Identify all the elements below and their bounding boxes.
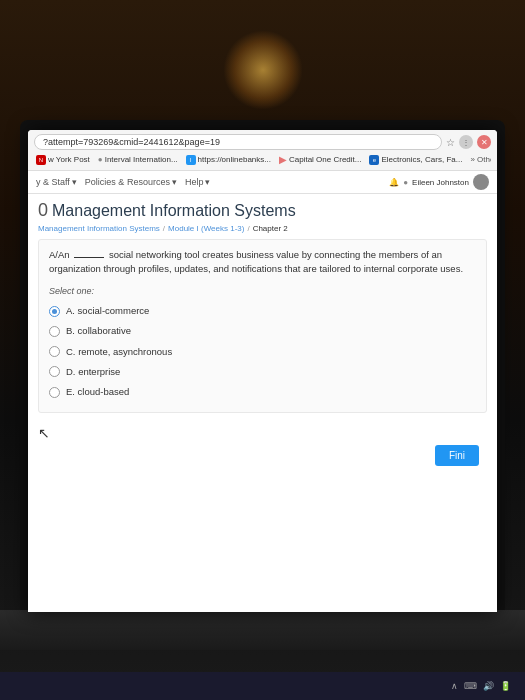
radio-d[interactable] bbox=[49, 366, 60, 377]
bookmark-favicon: I bbox=[186, 155, 196, 165]
dropdown-icon: ▾ bbox=[72, 177, 77, 187]
user-avatar[interactable] bbox=[473, 174, 489, 190]
radio-c[interactable] bbox=[49, 346, 60, 357]
nav-item-help[interactable]: Help ▾ bbox=[185, 177, 211, 187]
answer-blank bbox=[74, 257, 104, 258]
bookmark-nypost[interactable]: N w York Post bbox=[36, 155, 90, 165]
browser-chrome: ?attempt=793269&cmid=2441612&page=19 ☆ ⋮… bbox=[28, 130, 497, 171]
breadcrumb-chapter: Chapter 2 bbox=[253, 224, 288, 233]
page-title: 0 Management Information Systems bbox=[38, 200, 487, 221]
taskbar-caret[interactable]: ∧ bbox=[451, 681, 458, 691]
lms-main: 0 Management Information Systems Managem… bbox=[28, 194, 497, 612]
bookmark-other[interactable]: » Other bo bbox=[470, 155, 491, 164]
nav-label: Policies & Resources bbox=[85, 177, 170, 187]
cursor-area: ↖ bbox=[38, 421, 487, 441]
bookmark-interval[interactable]: ● Interval Internation... bbox=[98, 155, 178, 164]
address-bar[interactable]: ?attempt=793269&cmid=2441612&page=19 bbox=[34, 134, 442, 150]
taskbar-battery: 🔋 bbox=[500, 681, 511, 691]
breadcrumb-course[interactable]: Management Information Systems bbox=[38, 224, 160, 233]
bookmark-onlinebanks[interactable]: I https://onlinebanks... bbox=[186, 155, 271, 165]
bookmark-label: Electronics, Cars, Fa... bbox=[381, 155, 462, 164]
question-area: A/An social networking tool creates busi… bbox=[38, 239, 487, 413]
answer-option-d[interactable]: D. enterprise bbox=[49, 364, 476, 380]
browser-menu-btn[interactable]: ⋮ bbox=[459, 135, 473, 149]
breadcrumb-sep-1: / bbox=[163, 224, 165, 233]
bell-icon[interactable]: 🔔 bbox=[389, 178, 399, 187]
nav-right: 🔔 ● Eileen Johnston bbox=[389, 174, 489, 190]
browser-close-btn[interactable]: ✕ bbox=[477, 135, 491, 149]
bookmark-capital[interactable]: ▶ Capital One Credit... bbox=[279, 154, 361, 165]
select-one-label: Select one: bbox=[49, 285, 476, 299]
star-icon[interactable]: ☆ bbox=[446, 137, 455, 148]
nav-item-policies[interactable]: Policies & Resources ▾ bbox=[85, 177, 177, 187]
bookmark-electronics[interactable]: e Electronics, Cars, Fa... bbox=[369, 155, 462, 165]
nav-label: Help bbox=[185, 177, 204, 187]
breadcrumb-module[interactable]: Module I (Weeks 1-3) bbox=[168, 224, 244, 233]
bookmark-label: » Other bo bbox=[470, 155, 491, 164]
option-a-label: A. social-commerce bbox=[66, 304, 149, 318]
bottom-area: Fini bbox=[38, 441, 487, 470]
taskbar: ∧ ⌨ 🔊 🔋 bbox=[0, 672, 525, 700]
question-text-after: social networking tool creates business … bbox=[49, 249, 463, 274]
dropdown-icon: ▾ bbox=[205, 177, 210, 187]
nav-label: y & Staff bbox=[36, 177, 70, 187]
breadcrumb-sep-2: / bbox=[247, 224, 249, 233]
answer-option-b[interactable]: B. collaborative bbox=[49, 323, 476, 339]
question-text: A/An social networking tool creates busi… bbox=[49, 248, 476, 277]
bookmark-arrow: ▶ bbox=[279, 154, 287, 165]
bookmarks-bar: N w York Post ● Interval Internation... … bbox=[34, 153, 491, 166]
browser-window: ?attempt=793269&cmid=2441612&page=19 ☆ ⋮… bbox=[28, 130, 497, 612]
option-e-label: E. cloud-based bbox=[66, 385, 129, 399]
radio-e[interactable] bbox=[49, 387, 60, 398]
nav-left: y & Staff ▾ Policies & Resources ▾ Help … bbox=[36, 177, 210, 187]
option-b-label: B. collaborative bbox=[66, 324, 131, 338]
bookmark-favicon: e bbox=[369, 155, 379, 165]
taskbar-speaker[interactable]: 🔊 bbox=[483, 681, 494, 691]
bookmark-favicon: N bbox=[36, 155, 46, 165]
user-avatar-dot: ● bbox=[403, 178, 408, 187]
dropdown-icon: ▾ bbox=[172, 177, 177, 187]
background-light bbox=[223, 30, 303, 110]
lms-topnav: y & Staff ▾ Policies & Resources ▾ Help … bbox=[28, 171, 497, 194]
cursor-icon: ↖ bbox=[38, 425, 50, 441]
breadcrumb: Management Information Systems / Module … bbox=[38, 224, 487, 233]
bookmark-label: Interval Internation... bbox=[105, 155, 178, 164]
bookmark-label: https://onlinebanks... bbox=[198, 155, 271, 164]
answer-option-c[interactable]: C. remote, asynchronous bbox=[49, 344, 476, 360]
next-button[interactable]: Fini bbox=[435, 445, 479, 466]
page-number: 0 bbox=[38, 200, 48, 221]
bookmark-dot: ● bbox=[98, 155, 103, 164]
answer-option-a[interactable]: A. social-commerce bbox=[49, 303, 476, 319]
laptop-base bbox=[0, 610, 525, 650]
radio-a[interactable] bbox=[49, 306, 60, 317]
taskbar-keyboard[interactable]: ⌨ bbox=[464, 681, 477, 691]
answer-option-e[interactable]: E. cloud-based bbox=[49, 384, 476, 400]
option-d-label: D. enterprise bbox=[66, 365, 120, 379]
question-text-before: A/An bbox=[49, 249, 70, 260]
user-name[interactable]: Eileen Johnston bbox=[412, 178, 469, 187]
bookmark-label: w York Post bbox=[48, 155, 90, 164]
bookmark-label: Capital One Credit... bbox=[289, 155, 361, 164]
radio-b[interactable] bbox=[49, 326, 60, 337]
option-c-label: C. remote, asynchronous bbox=[66, 345, 172, 359]
nav-item-staff[interactable]: y & Staff ▾ bbox=[36, 177, 77, 187]
course-title: Management Information Systems bbox=[52, 202, 296, 220]
